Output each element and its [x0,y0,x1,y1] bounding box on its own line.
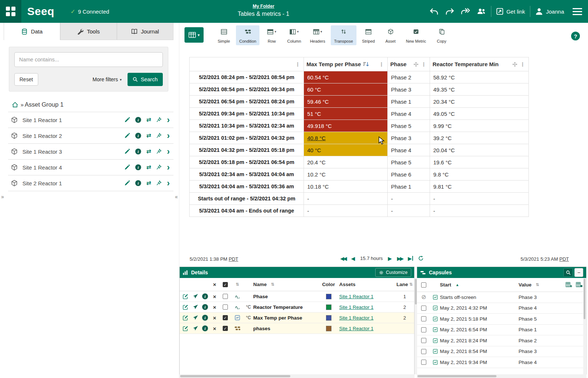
item-name[interactable]: Reactor Temperature [253,304,318,310]
capsule-checkbox[interactable] [421,327,426,332]
pin-icon[interactable] [156,117,162,122]
swap-asset-icon[interactable]: ⇄ [146,164,151,170]
sort-type-icon[interactable]: ⇅ [231,282,244,287]
asset-name[interactable]: Site 1 Reactor 4 [22,164,124,171]
scrollbar-thumb[interactable] [180,375,290,377]
edit-icon[interactable] [180,315,191,321]
phase-column-header[interactable]: Phase⋮ [388,57,430,71]
info-icon[interactable]: i [202,325,208,331]
tab-tools[interactable]: Tools [60,23,117,40]
chevron-right-icon[interactable]: › [167,148,170,155]
asset-row[interactable]: Site 1 Reactor 1 i ⇄ › [8,112,173,128]
range-start[interactable]: 5/2/2021 1:38 PM PDT [190,256,238,262]
app-launcher-button[interactable] [0,0,21,23]
asset-row[interactable]: Site 1 Reactor 4 i ⇄ › [8,160,173,175]
navigate-icon[interactable] [191,304,200,310]
connection-status[interactable]: ✓ 9 Connected [71,8,109,15]
duration-label[interactable]: 15.7 hours [360,256,383,261]
asset-name[interactable]: Site 1 Reactor 3 [22,149,124,155]
info-icon[interactable]: i [135,117,141,123]
metric-value-cell[interactable]: - [304,193,388,205]
chevron-right-icon[interactable]: › [167,180,170,186]
value-header[interactable]: Value [519,282,531,288]
asset-row[interactable]: Site 1 Reactor 3 i ⇄ › [8,144,173,160]
toolbar-transpose-button[interactable]: Transpose [331,25,356,45]
metric-value-cell[interactable]: 60.54 °C [304,71,388,83]
lane-header[interactable]: Lane [397,282,408,287]
metric-value-cell[interactable]: 40 °C [304,144,388,156]
color-swatch[interactable] [326,315,331,321]
more-filters-toggle[interactable]: More filters ▾ [93,76,122,82]
item-name[interactable]: Phase [253,294,318,299]
edit-icon[interactable] [124,164,130,170]
select-all-checkbox[interactable]: ✓ [223,282,228,287]
users-access-button[interactable] [475,5,488,18]
capsule-checkbox[interactable] [421,306,426,311]
capsule-checkbox[interactable] [421,316,426,321]
navigate-icon[interactable] [191,315,200,320]
start-header[interactable]: Start [440,282,451,288]
info-icon[interactable]: i [202,304,208,310]
name-header[interactable]: Name [253,282,267,287]
minimize-panel-button[interactable]: − [574,268,583,277]
details-vertical-scrollbar[interactable] [415,278,417,374]
asset-group-name[interactable]: Asset Group 1 [25,101,63,108]
asset-link[interactable]: Site 1 Reactor 1 [339,304,373,310]
tab-data[interactable]: Data [4,23,60,40]
row-checkbox[interactable]: ✓ [223,315,228,320]
row-checkbox[interactable] [223,294,228,299]
search-button[interactable]: Search [128,73,163,86]
sort-icon[interactable]: ⇅ [536,282,539,287]
info-icon[interactable]: i [135,149,141,154]
select-all-checkbox[interactable] [421,282,426,288]
asset-link[interactable]: Site 1 Reactor 1 [339,294,373,299]
info-icon[interactable]: i [135,164,141,170]
sort-icon[interactable]: ⇅ [409,282,413,287]
edit-icon[interactable] [180,304,191,310]
zoom-to-capsule-button[interactable] [563,268,573,277]
details-row[interactable]: i × °C Reactor Temperature Site 1 Reacto… [180,302,414,313]
capsule-row[interactable]: May 2, 2021 6:54 PM Phase 1 [417,325,586,336]
details-row[interactable]: i × Phase Site 1 Reactor 1 1 [180,291,414,302]
edit-icon[interactable] [124,117,130,123]
asset-name[interactable]: Site 1 Reactor 2 [22,133,124,139]
step-back-fast-button[interactable]: ◀◀ [340,256,346,261]
column-menu-icon[interactable]: ⋮ [420,62,427,67]
color-swatch[interactable] [326,294,331,299]
info-icon[interactable]: i [202,293,208,299]
scrollbar-thumb[interactable] [584,279,585,319]
range-end[interactable]: 5/3/2021 5:23 AM PDT [520,256,569,262]
asset-row[interactable]: Site 1 Reactor 2 i ⇄ › [8,128,173,144]
capsule-row[interactable]: May 2, 2021 5:18 PM Phase 5 [417,314,586,325]
metric-value-cell[interactable]: 51 °C [304,108,388,120]
metric-value-cell[interactable]: 10.2 °C [304,168,388,181]
navigate-icon[interactable] [191,294,200,299]
step-back-button[interactable]: ◀ [351,256,355,261]
remove-icon[interactable]: × [210,326,219,331]
get-link-button[interactable]: Get link [495,8,527,15]
row-checkbox[interactable] [223,304,228,310]
column-menu-icon[interactable]: ⋮ [519,62,526,67]
step-forward-button[interactable]: ▶ [388,256,392,261]
item-name[interactable]: Max Temp per Phase [253,315,318,321]
metric-value-cell[interactable]: - [304,205,388,217]
sort-asc-icon[interactable]: ▲ [456,283,459,287]
remove-icon[interactable]: × [210,315,219,321]
toolbar-simple-button[interactable]: Simple [214,25,234,45]
move-column-icon[interactable] [413,62,419,67]
details-horizontal-scrollbar[interactable] [179,374,415,378]
capsule-row[interactable]: May 2, 2021 8:54 PM Phase 3 [417,346,586,357]
edit-icon[interactable] [124,180,130,186]
max-temp-column-header[interactable]: Max Temp per Phase⋮ [304,57,388,71]
search-input[interactable] [14,52,163,67]
toolbar-column-button[interactable]: ▾ Column [284,25,304,45]
toolbar-asset-button[interactable]: Asset [381,25,401,45]
toolbar-headers-button[interactable]: ▾ Headers [306,25,329,45]
metric-value-cell[interactable]: 10.18 °C [304,181,388,193]
chevron-right-icon[interactable]: › [167,117,170,123]
metric-value-cell[interactable]: 40.8 °C [304,132,388,144]
asset-link[interactable]: Site 1 Reactor 1 [339,326,373,331]
metric-value-cell[interactable]: 49.918 °C [304,120,388,132]
navigate-icon[interactable] [191,326,200,331]
pin-icon[interactable] [156,149,162,154]
